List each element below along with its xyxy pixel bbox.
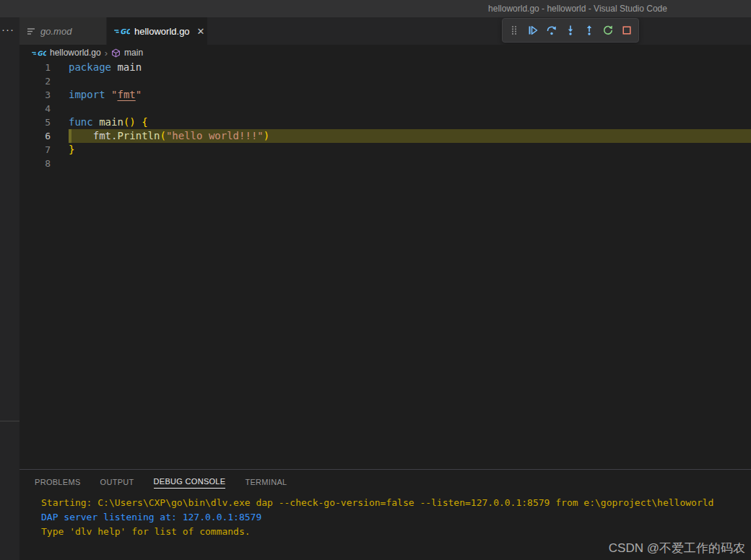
gutter[interactable]: 6 xyxy=(19,129,69,143)
panel-tab-terminal[interactable]: TERMINAL xyxy=(245,475,287,489)
gutter[interactable]: 5 xyxy=(19,115,69,129)
window-title: helloworld.go - helloworld - Visual Stud… xyxy=(419,0,737,17)
tab-label: helloworld.go xyxy=(134,26,190,37)
breadcrumb-symbol[interactable]: main xyxy=(111,48,143,58)
code-line[interactable]: 3import "fmt" xyxy=(19,88,751,102)
gutter[interactable]: 3 xyxy=(19,88,69,102)
svg-text:GO: GO xyxy=(120,27,130,35)
svg-text:GO: GO xyxy=(38,49,47,56)
line-number: 4 xyxy=(45,102,51,115)
console-line: Type 'dlv help' for list of commands. xyxy=(41,525,751,539)
tab-label: go.mod xyxy=(40,26,71,37)
line-number: 7 xyxy=(45,143,51,157)
code-text xyxy=(69,157,751,170)
debug-console-output[interactable]: Starting: C:\Users\CXP\go\bin\dlv.exe da… xyxy=(41,496,751,539)
code-line[interactable]: 8 xyxy=(19,157,751,170)
step-into-icon[interactable] xyxy=(563,22,578,39)
list-file-icon xyxy=(27,27,36,36)
code-text: } xyxy=(69,143,751,157)
code-line[interactable]: 4 xyxy=(19,102,751,115)
line-number: 6 xyxy=(45,129,51,143)
code-line[interactable]: 7} xyxy=(19,143,751,157)
line-number: 3 xyxy=(45,88,51,102)
editor-tab-bar: go.mod GO helloworld.go ✕ xyxy=(19,17,751,45)
gutter[interactable]: 7 xyxy=(19,143,69,157)
sidebar-divider xyxy=(0,421,19,421)
panel-tab-debug-console[interactable]: DEBUG CONSOLE xyxy=(154,474,226,489)
panel-tab-output[interactable]: OUTPUT xyxy=(100,475,134,489)
line-number: 2 xyxy=(45,74,51,88)
code-text xyxy=(69,74,751,88)
go-logo-icon: GO xyxy=(114,27,130,35)
code-text: package main xyxy=(69,61,751,74)
tab-go-mod[interactable]: go.mod xyxy=(19,17,107,45)
breadcrumb-symbol-label: main xyxy=(124,48,143,58)
code-lines: 1package main23import "fmt"45func main()… xyxy=(19,61,751,170)
line-number: 5 xyxy=(45,115,51,129)
code-line[interactable]: 1package main xyxy=(19,61,751,74)
go-logo-icon: GO xyxy=(32,49,46,57)
tab-helloworld-go[interactable]: GO helloworld.go ✕ xyxy=(107,17,207,45)
gutter[interactable]: 1 xyxy=(19,61,69,74)
close-icon[interactable]: ✕ xyxy=(197,26,205,37)
gutter[interactable]: 8 xyxy=(19,157,69,170)
overflow-ellipsis-icon[interactable]: ··· xyxy=(1,23,14,35)
code-text: func main() { xyxy=(69,115,751,129)
title-bar: helloworld.go - helloworld - Visual Stud… xyxy=(0,0,751,17)
code-line[interactable]: 2 xyxy=(19,74,751,88)
code-text xyxy=(69,102,751,115)
restart-icon[interactable] xyxy=(600,22,615,39)
namespace-symbol-icon xyxy=(111,48,121,58)
step-out-icon[interactable] xyxy=(581,22,596,39)
code-text: import "fmt" xyxy=(69,88,751,102)
stop-icon[interactable] xyxy=(619,22,634,39)
drag-gripper-icon[interactable] xyxy=(507,22,522,39)
breadcrumb-file[interactable]: GO helloworld.go xyxy=(32,48,101,58)
step-over-icon[interactable] xyxy=(544,22,560,39)
line-number: 8 xyxy=(45,157,51,170)
console-line: Starting: C:\Users\CXP\go\bin\dlv.exe da… xyxy=(41,496,751,510)
sidebar-strip: ··· xyxy=(0,17,19,560)
code-text: fmt.Println("hello world!!!") xyxy=(69,129,751,143)
debug-toolbar xyxy=(502,18,639,43)
gutter[interactable]: 2 xyxy=(19,74,69,88)
code-line[interactable]: 6 fmt.Println("hello world!!!") xyxy=(19,129,751,143)
watermark: CSDN @不爱工作的码农 xyxy=(609,540,745,556)
console-line: DAP server listening at: 127.0.0.1:8579 xyxy=(41,510,751,525)
code-editor[interactable]: 1package main23import "fmt"45func main()… xyxy=(19,61,751,469)
breadcrumb: GO helloworld.go › main xyxy=(19,45,751,61)
code-line[interactable]: 5func main() { xyxy=(19,115,751,129)
gutter[interactable]: 4 xyxy=(19,102,69,115)
breadcrumb-file-label: helloworld.go xyxy=(50,48,101,58)
panel-tab-bar: PROBLEMSOUTPUTDEBUG CONSOLETERMINAL xyxy=(19,470,751,493)
panel-tab-problems[interactable]: PROBLEMS xyxy=(35,475,81,489)
chevron-right-icon: › xyxy=(105,48,108,58)
line-number: 1 xyxy=(45,61,51,74)
continue-icon[interactable] xyxy=(526,22,541,39)
